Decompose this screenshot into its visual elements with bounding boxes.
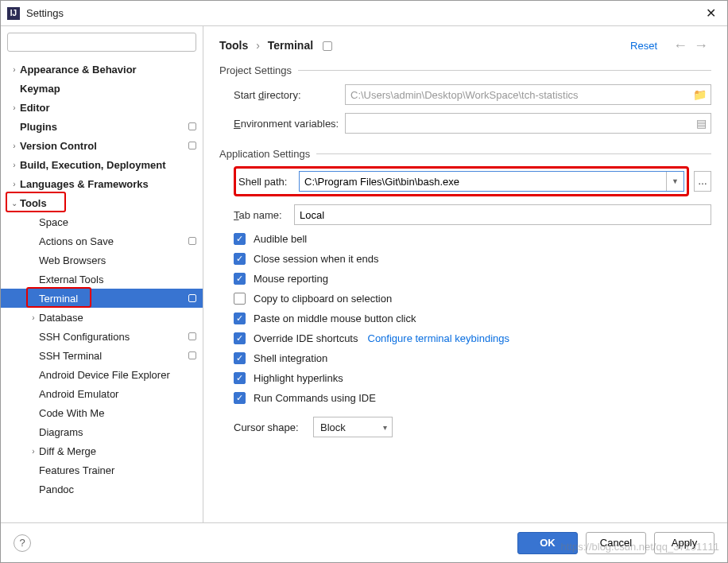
apply-button[interactable]: Apply [654, 532, 714, 554]
expand-icon: › [9, 180, 20, 188]
checkbox-row: ✓Mouse reporting [234, 273, 711, 285]
sidebar-item-database[interactable]: ›Database [1, 308, 203, 327]
application-settings-group: Application Settings Shell path: ▼ … T [219, 148, 711, 437]
checkbox[interactable]: ✓ [234, 233, 246, 245]
sidebar-item-label: Web Browsers [39, 254, 196, 266]
sidebar-item-version-control[interactable]: ›Version Control [1, 136, 203, 155]
tab-name-label: Tab name: [234, 209, 294, 221]
ok-button[interactable]: OK [517, 532, 578, 554]
cursor-shape-select[interactable]: Block [313, 417, 393, 437]
expand-icon: › [9, 161, 20, 169]
sidebar-item-code-with-me[interactable]: Code With Me [1, 403, 203, 422]
shell-path-input[interactable] [300, 172, 666, 191]
sidebar-item-diff-merge[interactable]: ›Diff & Merge [1, 441, 203, 460]
shell-path-combo[interactable]: ▼ [299, 171, 684, 192]
project-badge-icon [188, 237, 196, 245]
expand-icon: › [28, 313, 39, 322]
breadcrumb-root: Tools [219, 39, 248, 52]
env-vars-input[interactable] [345, 113, 711, 134]
start-dir-input[interactable] [345, 84, 711, 105]
sidebar-item-label: Build, Execution, Deployment [20, 159, 196, 171]
nav-back-icon[interactable]: ← [673, 37, 687, 54]
nav-forward-icon[interactable]: → [694, 37, 708, 54]
sidebar-item-appearance-behavior[interactable]: ›Appearance & Behavior [1, 60, 203, 79]
sidebar-item-web-browsers[interactable]: Web Browsers [1, 250, 203, 270]
sidebar-item-editor[interactable]: ›Editor [1, 98, 203, 117]
sidebar-item-plugins[interactable]: Plugins [1, 117, 203, 136]
body: ›Appearance & BehaviorKeymap›EditorPlugi… [1, 26, 727, 522]
sidebar-item-label: Plugins [20, 121, 185, 133]
project-badge-icon [188, 351, 196, 359]
checkbox-label: Close session when it ends [254, 253, 379, 265]
configure-keybindings-link[interactable]: Configure terminal keybindings [368, 332, 509, 344]
sidebar-item-label: Diff & Merge [39, 445, 196, 457]
sidebar-item-label: Android Device File Explorer [39, 369, 196, 381]
sidebar-item-keymap[interactable]: Keymap [1, 79, 203, 98]
sidebar-item-android-emulator[interactable]: Android Emulator [1, 384, 203, 403]
sidebar-item-pandoc[interactable]: Pandoc [1, 480, 203, 499]
main-panel: Tools › Terminal Reset ← → Project Setti… [203, 26, 727, 522]
sidebar-item-actions-on-save[interactable]: Actions on Save [1, 231, 203, 250]
content: Project Settings Start directory: 📁 Envi… [219, 64, 711, 522]
project-settings-group: Project Settings Start directory: 📁 Envi… [219, 64, 711, 134]
shell-path-label: Shell path: [238, 176, 299, 188]
checkbox-label: Paste on middle mouse button click [254, 313, 416, 324]
sidebar-item-external-tools[interactable]: External Tools [1, 270, 203, 289]
titlebar: IJ Settings ✕ [1, 1, 727, 26]
sidebar-item-space[interactable]: Space [1, 212, 203, 231]
sidebar-item-label: Languages & Frameworks [20, 178, 196, 190]
sidebar-item-label: Tools [20, 197, 196, 209]
breadcrumb-sep: › [256, 39, 260, 52]
sidebar-item-label: Diagrams [39, 426, 196, 438]
sidebar-item-ssh-terminal[interactable]: SSH Terminal [1, 346, 203, 365]
checkbox-row: ✓Shell integration [234, 352, 711, 364]
window-title: Settings [26, 7, 701, 19]
checkbox[interactable]: ✓ [234, 392, 246, 404]
sidebar-item-label: Code With Me [39, 407, 196, 419]
sidebar: ›Appearance & BehaviorKeymap›EditorPlugi… [1, 26, 203, 522]
sidebar-item-features-trainer[interactable]: Features Trainer [1, 460, 203, 480]
expand-icon: ⌄ [9, 199, 20, 208]
browse-button[interactable]: … [694, 171, 711, 192]
sidebar-item-tools[interactable]: ⌄Tools [1, 193, 203, 212]
close-icon[interactable]: ✕ [701, 6, 721, 21]
sidebar-item-android-device-file-explorer[interactable]: Android Device File Explorer [1, 365, 203, 384]
folder-icon[interactable]: 📁 [693, 88, 707, 101]
expand-icon: › [9, 103, 20, 112]
tab-name-input[interactable] [294, 204, 711, 225]
sidebar-item-label: Editor [20, 102, 196, 114]
project-badge-icon [188, 332, 196, 340]
checkbox-row: ✓Run Commands using IDE [234, 392, 711, 404]
checkbox[interactable] [234, 293, 246, 305]
checkbox-row: ✓Override IDE shortcutsConfigure termina… [234, 332, 711, 344]
checkbox[interactable]: ✓ [234, 352, 246, 364]
chevron-down-icon[interactable]: ▼ [666, 172, 683, 191]
checkbox-row: ✓Paste on middle mouse button click [234, 313, 711, 324]
checkbox[interactable]: ✓ [234, 273, 246, 285]
sidebar-item-label: Keymap [20, 83, 196, 95]
sidebar-item-label: Appearance & Behavior [20, 64, 196, 76]
shell-path-highlight: Shell path: ▼ [234, 166, 689, 196]
expand-icon: › [9, 65, 20, 74]
sidebar-item-label: SSH Configurations [39, 331, 185, 343]
list-icon[interactable]: ▤ [696, 117, 707, 130]
sidebar-item-build-execution-deployment[interactable]: ›Build, Execution, Deployment [1, 155, 203, 174]
checkbox[interactable]: ✓ [234, 253, 246, 265]
sidebar-item-diagrams[interactable]: Diagrams [1, 422, 203, 441]
sidebar-item-terminal[interactable]: Terminal [1, 289, 203, 308]
help-icon[interactable]: ? [14, 534, 31, 552]
reset-link[interactable]: Reset [630, 40, 657, 52]
expand-icon: › [9, 142, 20, 150]
sidebar-item-languages-frameworks[interactable]: ›Languages & Frameworks [1, 174, 203, 193]
checkbox[interactable]: ✓ [234, 332, 246, 344]
sidebar-item-ssh-configurations[interactable]: SSH Configurations [1, 327, 203, 346]
checkbox-label: Run Commands using IDE [254, 392, 376, 404]
cancel-button[interactable]: Cancel [586, 532, 646, 554]
checkbox[interactable]: ✓ [234, 372, 246, 384]
project-badge-icon [188, 122, 196, 130]
sidebar-item-label: Android Emulator [39, 388, 196, 400]
checkbox[interactable]: ✓ [234, 313, 246, 324]
env-vars-label: Environment variables: [234, 118, 345, 130]
search-input[interactable] [7, 33, 196, 52]
settings-tree[interactable]: ›Appearance & BehaviorKeymap›EditorPlugi… [1, 58, 203, 522]
